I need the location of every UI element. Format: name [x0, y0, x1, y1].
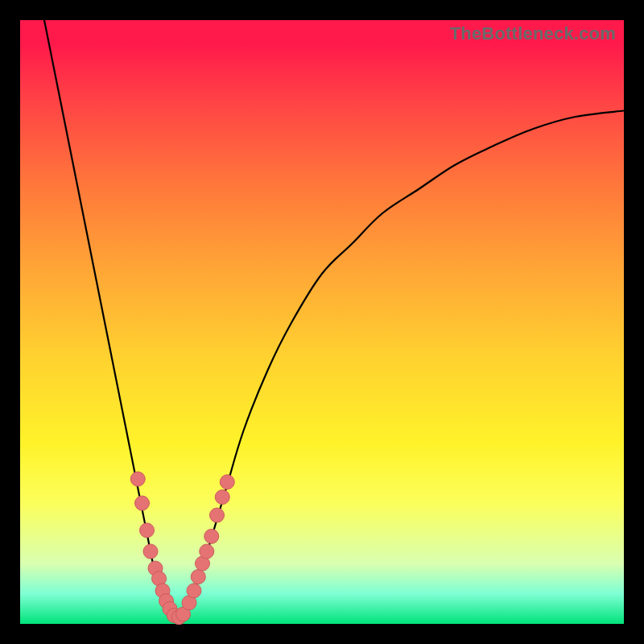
data-point-marker	[210, 508, 225, 522]
plot-svg	[20, 20, 624, 624]
curve-left-branch	[44, 20, 175, 618]
data-point-marker	[135, 496, 150, 510]
data-point-marker	[220, 475, 234, 489]
data-point-marker	[204, 529, 219, 543]
chart-area: TheBottleneck.com	[20, 20, 624, 624]
data-point-marker	[140, 523, 155, 538]
data-point-marker	[200, 544, 214, 559]
watermark-text: TheBottleneck.com	[450, 23, 616, 44]
marker-group	[130, 472, 234, 625]
curve-right-branch	[175, 111, 624, 618]
data-point-marker	[143, 544, 158, 559]
data-point-marker	[187, 584, 201, 598]
data-point-marker	[130, 472, 145, 486]
data-point-marker	[191, 570, 205, 584]
data-point-marker	[215, 490, 229, 505]
